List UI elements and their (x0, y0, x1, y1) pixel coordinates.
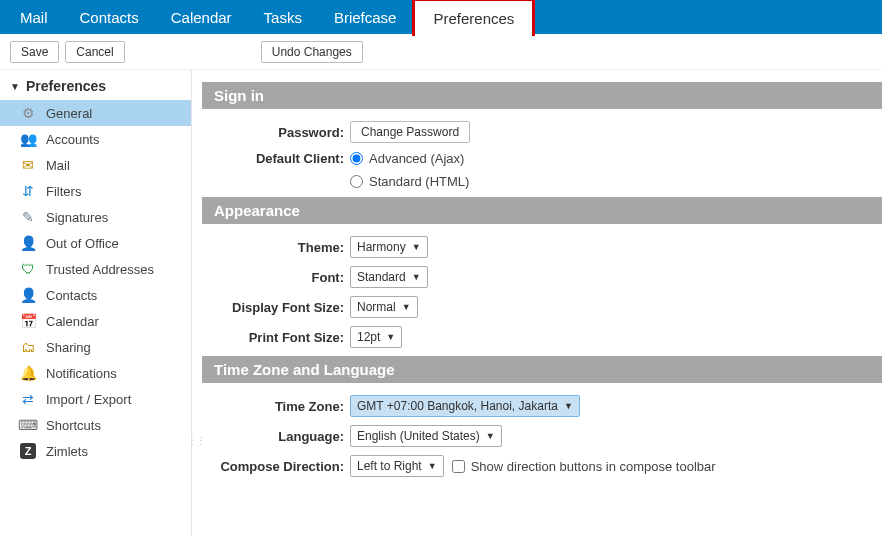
sidebar-item-label: Mail (46, 158, 70, 173)
radio-standard[interactable] (350, 175, 363, 188)
sidebar-item-label: Sharing (46, 340, 91, 355)
display-font-size-label: Display Font Size: (202, 300, 350, 315)
sidebar: ▼ Preferences ⚙General👥Accounts✉Mail⇵Fil… (0, 70, 192, 536)
sidebar-item-signatures[interactable]: ✎Signatures (0, 204, 191, 230)
sidebar-item-label: Signatures (46, 210, 108, 225)
font-value: Standard (357, 270, 406, 284)
sidebar-item-notifications[interactable]: 🔔Notifications (0, 360, 191, 386)
sidebar-item-label: Calendar (46, 314, 99, 329)
zimlets-icon: Z (20, 443, 36, 459)
calendar-icon: 📅 (20, 313, 36, 329)
shield-icon: 🛡 (20, 261, 36, 277)
save-button[interactable]: Save (10, 41, 59, 63)
chevron-down-icon: ▼ (564, 401, 573, 411)
shortcuts-icon: ⌨ (20, 417, 36, 433)
default-client-label: Default Client: (202, 151, 350, 166)
importexport-icon: ⇄ (20, 391, 36, 407)
font-label: Font: (202, 270, 350, 285)
tab-tasks[interactable]: Tasks (248, 0, 318, 34)
sidebar-item-label: General (46, 106, 92, 121)
top-nav: MailContactsCalendarTasksBriefcasePrefer… (0, 0, 882, 34)
sidebar-item-sharing[interactable]: 🗂Sharing (0, 334, 191, 360)
timezone-label: Time Zone: (202, 399, 350, 414)
language-select[interactable]: English (United States) ▼ (350, 425, 502, 447)
sidebar-item-calendar[interactable]: 📅Calendar (0, 308, 191, 334)
compose-direction-select[interactable]: Left to Right ▼ (350, 455, 444, 477)
tab-mail[interactable]: Mail (4, 0, 64, 34)
chevron-down-icon: ▼ (486, 431, 495, 441)
sidebar-item-mail[interactable]: ✉Mail (0, 152, 191, 178)
timezone-select[interactable]: GMT +07:00 Bangkok, Hanoi, Jakarta ▼ (350, 395, 580, 417)
timezone-value: GMT +07:00 Bangkok, Hanoi, Jakarta (357, 399, 558, 413)
print-font-size-label: Print Font Size: (202, 330, 350, 345)
sidebar-item-trusted-addresses[interactable]: 🛡Trusted Addresses (0, 256, 191, 282)
sidebar-item-label: Filters (46, 184, 81, 199)
radio-standard-label: Standard (HTML) (369, 174, 469, 189)
font-select[interactable]: Standard ▼ (350, 266, 428, 288)
tab-calendar[interactable]: Calendar (155, 0, 248, 34)
collapse-icon: ▼ (10, 81, 20, 92)
signatures-icon: ✎ (20, 209, 36, 225)
display-font-size-select[interactable]: Normal ▼ (350, 296, 418, 318)
sidebar-item-label: Notifications (46, 366, 117, 381)
language-value: English (United States) (357, 429, 480, 443)
sidebar-item-label: Import / Export (46, 392, 131, 407)
sidebar-item-label: Shortcuts (46, 418, 101, 433)
show-direction-buttons-input[interactable] (452, 460, 465, 473)
chevron-down-icon: ▼ (428, 461, 437, 471)
show-direction-buttons-label: Show direction buttons in compose toolba… (471, 459, 716, 474)
theme-label: Theme: (202, 240, 350, 255)
print-font-size-select[interactable]: 12pt ▼ (350, 326, 402, 348)
sidebar-header[interactable]: ▼ Preferences (0, 70, 191, 100)
chevron-down-icon: ▼ (412, 242, 421, 252)
section-timezone-header: Time Zone and Language (202, 356, 882, 383)
default-client-standard[interactable]: Standard (HTML) (350, 174, 469, 189)
chevron-down-icon: ▼ (386, 332, 395, 342)
change-password-button[interactable]: Change Password (350, 121, 470, 143)
section-appearance-header: Appearance (202, 197, 882, 224)
cancel-button[interactable]: Cancel (65, 41, 124, 63)
radio-advanced[interactable] (350, 152, 363, 165)
tab-briefcase[interactable]: Briefcase (318, 0, 413, 34)
sidebar-item-label: Accounts (46, 132, 99, 147)
toolbar: Save Cancel Undo Changes (0, 34, 882, 70)
chevron-down-icon: ▼ (402, 302, 411, 312)
radio-advanced-label: Advanced (Ajax) (369, 151, 464, 166)
theme-select[interactable]: Harmony ▼ (350, 236, 428, 258)
sidebar-item-accounts[interactable]: 👥Accounts (0, 126, 191, 152)
sidebar-item-out-of-office[interactable]: 👤Out of Office (0, 230, 191, 256)
bell-icon: 🔔 (20, 365, 36, 381)
theme-value: Harmony (357, 240, 406, 254)
sidebar-item-label: Zimlets (46, 444, 88, 459)
sharing-icon: 🗂 (20, 339, 36, 355)
tab-contacts[interactable]: Contacts (64, 0, 155, 34)
sidebar-item-label: Trusted Addresses (46, 262, 154, 277)
sidebar-item-import-export[interactable]: ⇄Import / Export (0, 386, 191, 412)
tab-preferences[interactable]: Preferences (412, 0, 535, 36)
sidebar-title: Preferences (26, 78, 106, 94)
sidebar-item-general[interactable]: ⚙General (0, 100, 191, 126)
sidebar-item-shortcuts[interactable]: ⌨Shortcuts (0, 412, 191, 438)
sidebar-item-zimlets[interactable]: ZZimlets (0, 438, 191, 464)
filters-icon: ⇵ (20, 183, 36, 199)
print-font-size-value: 12pt (357, 330, 380, 344)
password-label: Password: (202, 125, 350, 140)
compose-direction-label: Compose Direction: (202, 459, 350, 474)
show-direction-buttons-checkbox[interactable]: Show direction buttons in compose toolba… (452, 459, 716, 474)
language-label: Language: (202, 429, 350, 444)
chevron-down-icon: ▼ (412, 272, 421, 282)
undo-changes-button[interactable]: Undo Changes (261, 41, 363, 63)
content: Sign in Password: Change Password Defaul… (192, 70, 882, 536)
gear-icon: ⚙ (20, 105, 36, 121)
sidebar-item-label: Contacts (46, 288, 97, 303)
main-area: ▼ Preferences ⚙General👥Accounts✉Mail⇵Fil… (0, 70, 882, 536)
sidebar-item-label: Out of Office (46, 236, 119, 251)
mail-icon: ✉ (20, 157, 36, 173)
section-signin-header: Sign in (202, 82, 882, 109)
accounts-icon: 👥 (20, 131, 36, 147)
resize-handle[interactable]: ⋮⋮ (187, 440, 195, 460)
default-client-advanced[interactable]: Advanced (Ajax) (350, 151, 464, 166)
sidebar-item-filters[interactable]: ⇵Filters (0, 178, 191, 204)
sidebar-item-contacts[interactable]: 👤Contacts (0, 282, 191, 308)
contacts-icon: 👤 (20, 287, 36, 303)
